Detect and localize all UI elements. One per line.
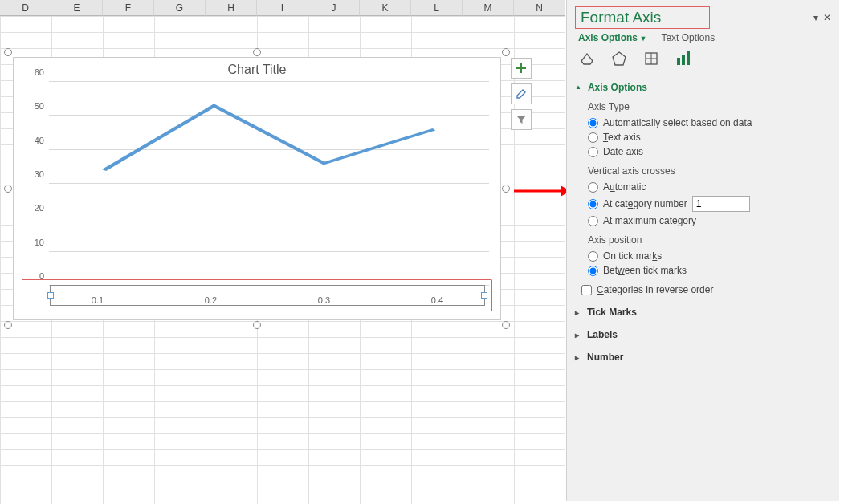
pane-title: Format Axis <box>575 6 710 29</box>
section-labels[interactable]: Labels <box>575 326 831 343</box>
chart-title[interactable]: Chart Title <box>14 58 500 79</box>
y-tick-label: 50 <box>35 101 44 111</box>
col-header[interactable]: N <box>514 0 565 16</box>
x-axis-labels: 0.1 0.2 0.3 0.4 <box>41 295 494 308</box>
chart-styles-button[interactable] <box>511 83 532 104</box>
pane-category-icons <box>578 50 831 67</box>
x-tick-label: 0.1 <box>41 295 154 308</box>
radio-crosses-auto[interactable]: Automatic <box>588 181 831 193</box>
checkbox-label: Categories in reverse order <box>597 284 713 295</box>
checkbox-reverse-order[interactable]: Categories in reverse order <box>581 284 831 295</box>
col-header[interactable]: E <box>51 0 103 16</box>
y-tick-label: 0 <box>39 271 44 281</box>
col-header[interactable]: L <box>411 0 463 16</box>
col-header[interactable]: J <box>308 0 360 16</box>
svg-marker-2 <box>613 52 626 65</box>
section-number[interactable]: Number <box>575 348 831 366</box>
radio-label: Between tick marks <box>603 265 687 276</box>
radio-crosses-at-max[interactable]: At maximum category <box>588 215 831 226</box>
col-header[interactable]: D <box>0 0 51 16</box>
col-header[interactable]: G <box>154 0 206 16</box>
annotation-arrow <box>514 183 570 199</box>
size-properties-icon[interactable] <box>642 50 660 67</box>
at-category-number-input[interactable] <box>692 196 750 212</box>
radio-input[interactable] <box>588 199 598 209</box>
radio-input[interactable] <box>588 266 598 276</box>
plot-area[interactable]: 0 10 20 30 40 50 60 <box>22 82 492 286</box>
section-tick-marks[interactable]: Tick Marks <box>575 303 831 321</box>
y-tick-label: 40 <box>35 136 44 145</box>
pane-options-icon[interactable]: ▾ <box>813 12 818 23</box>
plus-icon <box>515 62 528 75</box>
pane-tabs: Axis Options Text Options <box>578 32 831 43</box>
radio-crosses-at-category[interactable]: At category number <box>588 196 831 212</box>
chart-quick-buttons <box>511 58 532 130</box>
funnel-icon <box>515 113 528 126</box>
radio-axis-type-auto[interactable]: Automatically select based on data <box>588 117 831 128</box>
format-axis-pane: Format Axis ▾ ✕ Axis Options Text Option… <box>566 0 839 501</box>
radio-label: Date axis <box>603 146 643 157</box>
brush-icon <box>515 87 528 100</box>
radio-input[interactable] <box>588 147 598 157</box>
section-axis-options[interactable]: Axis Options <box>575 79 831 96</box>
label-axis-position: Axis position <box>588 234 831 246</box>
y-axis[interactable]: 0 10 20 30 40 50 60 <box>22 82 46 286</box>
plot-inner <box>49 82 489 286</box>
chart-object[interactable]: Chart Title 0 10 20 30 40 50 60 <box>8 52 506 325</box>
tab-axis-options[interactable]: Axis Options <box>578 32 646 43</box>
axis-options-icon[interactable] <box>675 50 692 67</box>
chart-filter-button[interactable] <box>511 109 532 130</box>
y-tick-label: 20 <box>35 203 44 213</box>
close-icon[interactable]: ✕ <box>823 12 831 23</box>
radio-input[interactable] <box>588 182 598 193</box>
chart-area[interactable]: Chart Title 0 10 20 30 40 50 60 <box>13 57 501 320</box>
radio-label: Text axis <box>603 132 641 143</box>
column-headers: D E F G H I J K L M N <box>0 0 565 16</box>
radio-input[interactable] <box>588 251 598 262</box>
radio-input[interactable] <box>588 132 598 143</box>
fill-line-icon[interactable] <box>578 50 596 67</box>
radio-axis-type-text[interactable]: Text axis <box>588 132 831 143</box>
radio-input[interactable] <box>588 118 598 128</box>
svg-rect-6 <box>677 58 680 65</box>
col-header[interactable]: I <box>257 0 308 16</box>
x-tick-label: 0.2 <box>154 295 267 308</box>
col-header[interactable]: H <box>206 0 257 16</box>
radio-label: At category number <box>603 198 687 209</box>
radio-label: Automatically select based on data <box>603 117 752 128</box>
radio-position-between-ticks[interactable]: Between tick marks <box>588 265 831 276</box>
checkbox-input[interactable] <box>581 285 592 295</box>
col-header[interactable]: K <box>360 0 411 16</box>
line-series[interactable] <box>49 82 489 286</box>
x-tick-label: 0.4 <box>381 295 494 308</box>
label-vertical-crosses: Vertical axis crosses <box>588 165 831 177</box>
y-tick-label: 10 <box>35 238 44 247</box>
radio-label: At maximum category <box>603 215 696 226</box>
radio-label: Automatic <box>603 181 646 193</box>
svg-rect-7 <box>682 55 685 65</box>
x-tick-label: 0.3 <box>267 295 381 308</box>
label-axis-type: Axis Type <box>588 101 831 112</box>
tab-text-options[interactable]: Text Options <box>661 32 715 43</box>
col-header[interactable]: F <box>103 0 154 16</box>
y-tick-label: 30 <box>35 169 44 179</box>
effects-icon[interactable] <box>610 50 628 67</box>
svg-rect-8 <box>687 51 690 65</box>
chart-elements-button[interactable] <box>511 58 532 79</box>
radio-label: On tick marks <box>603 250 662 262</box>
radio-position-on-ticks[interactable]: On tick marks <box>588 250 831 262</box>
col-header[interactable]: M <box>463 0 514 16</box>
y-tick-label: 60 <box>35 67 44 77</box>
radio-axis-type-date[interactable]: Date axis <box>588 146 831 157</box>
radio-input[interactable] <box>588 216 598 226</box>
